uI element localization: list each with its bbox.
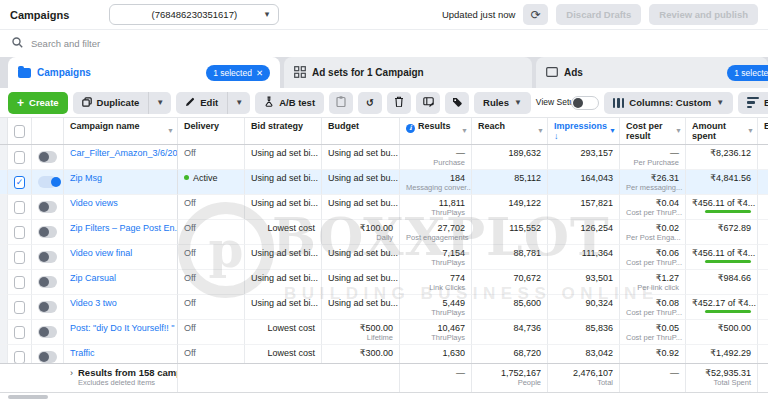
- duplicate-button[interactable]: Duplicate: [73, 92, 150, 114]
- row-toggle[interactable]: [38, 251, 57, 263]
- amount-spent-cell: ₹4,841.56: [686, 170, 758, 195]
- row-toggle[interactable]: [38, 151, 57, 163]
- campaign-name-link[interactable]: Zip Msg: [64, 170, 178, 195]
- cost-per-result-cell: ₹1.27Per link click: [620, 270, 686, 295]
- duplicate-menu-button[interactable]: ▼: [149, 92, 171, 114]
- row-checkbox[interactable]: [14, 201, 25, 214]
- delete-button[interactable]: [387, 92, 411, 114]
- tag-button[interactable]: [445, 92, 469, 114]
- cost-per-result-cell: ₹0.06Cost per ThruP...: [620, 245, 686, 270]
- campaign-name-link[interactable]: Video view final: [64, 245, 178, 270]
- row-checkbox[interactable]: [14, 226, 25, 239]
- delivery-status: Off: [184, 198, 196, 208]
- row-toggle[interactable]: [38, 176, 57, 188]
- ends-cell: [758, 145, 768, 170]
- rules-button[interactable]: Rules▼: [474, 92, 531, 114]
- search-input[interactable]: [31, 38, 756, 49]
- ads-selected-badge[interactable]: 1 selected: [727, 65, 768, 81]
- row-checkbox[interactable]: [14, 151, 25, 164]
- row-toggle[interactable]: [38, 351, 57, 363]
- row-checkbox[interactable]: [14, 176, 25, 189]
- expand-chevron-icon[interactable]: ›: [70, 368, 73, 387]
- column-header-results[interactable]: iResults▼: [400, 118, 472, 144]
- sort-caret-icon: ▼: [537, 126, 544, 136]
- table-row[interactable]: Zip Carsual Off Using ad set bi... Using…: [0, 270, 768, 295]
- table-row[interactable]: Traffic Off Lowest cost ₹300.00 1,630 68…: [0, 345, 768, 363]
- create-button[interactable]: +Create: [8, 92, 68, 114]
- duplicate-split-button: Duplicate ▼: [73, 92, 172, 114]
- impressions-cell: 85,836: [548, 320, 620, 345]
- campaign-name-link[interactable]: Post: "diy Do It Yourself!! ": [64, 320, 178, 345]
- edit-menu-button[interactable]: ▼: [228, 92, 250, 114]
- delivery-cell: Off: [178, 345, 245, 363]
- column-header-impressions[interactable]: Impressions ↓▼: [548, 118, 620, 144]
- column-header-reach[interactable]: Reach▼: [472, 118, 548, 144]
- ends-cell: [758, 220, 768, 245]
- results-summary: › Results from 158 campaigns Excludes de…: [64, 364, 178, 392]
- row-toggle[interactable]: [38, 276, 57, 288]
- table-row[interactable]: Post: "diy Do It Yourself!! " Off Lowest…: [0, 320, 768, 345]
- row-checkbox[interactable]: [14, 351, 25, 364]
- table-row[interactable]: Video view final Off Using ad set bi... …: [0, 245, 768, 270]
- column-header-delivery[interactable]: Delivery: [178, 118, 245, 144]
- board-button[interactable]: [416, 92, 440, 114]
- view-setup-toggle[interactable]: [571, 96, 599, 110]
- sort-down-arrow-icon: ↓: [554, 131, 559, 141]
- column-header-budget[interactable]: Budget: [322, 118, 400, 144]
- campaign-name-link[interactable]: Video views: [64, 195, 178, 220]
- column-header-bid-strategy[interactable]: Bid strategy: [245, 118, 322, 144]
- discard-drafts-button[interactable]: Discard Drafts: [556, 4, 641, 25]
- summary-subtext: Excludes deleted items: [78, 378, 178, 387]
- tab-campaigns[interactable]: Campaigns 1 selected✕: [8, 57, 280, 88]
- campaign-name-link[interactable]: Video 3 two: [64, 295, 178, 320]
- campaigns-selected-badge[interactable]: 1 selected✕: [206, 65, 270, 81]
- row-toggle[interactable]: [38, 226, 57, 238]
- breakdown-button[interactable]: Breakdown▼: [738, 92, 768, 114]
- row-toggle[interactable]: [38, 201, 57, 213]
- column-header-amount-spent[interactable]: Amount spent▼: [686, 118, 758, 144]
- results-cell: 7,154ThruPlays: [400, 245, 472, 270]
- budget-cell: Using ad set bu...: [322, 170, 400, 195]
- column-header-cost-per-result[interactable]: Cost per result▼: [620, 118, 686, 144]
- results-cell: 27,702Post engagements: [400, 220, 472, 245]
- row-checkbox[interactable]: [14, 301, 25, 314]
- campaign-name-link[interactable]: Traffic: [64, 345, 178, 363]
- cost-per-result-cell: ₹0.04Cost per ThruP...: [620, 195, 686, 220]
- delivery-cell: Off: [178, 295, 245, 320]
- campaign-name-link[interactable]: Zip Carsual: [64, 270, 178, 295]
- column-header-campaign-name[interactable]: Campaign name▼: [64, 118, 178, 144]
- edit-button[interactable]: Edit: [176, 92, 228, 114]
- cost-per-result-cell: ₹0.92: [620, 345, 686, 363]
- tab-ads[interactable]: Ads 1 selected: [536, 57, 768, 88]
- row-checkbox[interactable]: [14, 251, 25, 264]
- review-publish-button[interactable]: Review and publish: [649, 4, 758, 25]
- table-row[interactable]: Car_Filter_Amazon_3/6/20... Off Using ad…: [0, 145, 768, 170]
- row-checkbox[interactable]: [14, 276, 25, 289]
- table-row[interactable]: Video views Off Using ad set bi... Using…: [0, 195, 768, 220]
- row-checkbox[interactable]: [14, 326, 25, 339]
- campaign-name-link[interactable]: Zip Filters – Page Post En...: [64, 220, 178, 245]
- table-row[interactable]: Zip Msg Active Using ad set bi... Using …: [0, 170, 768, 195]
- close-icon[interactable]: ✕: [256, 68, 263, 78]
- scrollbar-thumb[interactable]: [8, 395, 48, 399]
- select-all-checkbox[interactable]: [14, 125, 25, 138]
- account-selector[interactable]: (768486230351617) ▾: [109, 4, 279, 25]
- undo-button[interactable]: ↺: [358, 92, 382, 114]
- impressions-cell: 293,157: [548, 145, 620, 170]
- table-row[interactable]: Video 3 two Off Using ad set bi... Using…: [0, 295, 768, 320]
- scroll-gutter: [0, 295, 8, 320]
- delivery-cell: Off: [178, 320, 245, 345]
- table-row[interactable]: Zip Filters – Page Post En... Off Lowest…: [0, 220, 768, 245]
- campaign-name-link[interactable]: Car_Filter_Amazon_3/6/20...: [64, 145, 178, 170]
- column-header-ends[interactable]: E: [758, 118, 768, 144]
- row-toggle[interactable]: [38, 326, 57, 338]
- top-bar: Campaigns (768486230351617) ▾ Updated ju…: [0, 0, 768, 30]
- ab-test-button[interactable]: A/B test: [255, 92, 324, 114]
- columns-button[interactable]: Columns: Custom▼: [604, 92, 733, 114]
- toggle-cell: [32, 245, 64, 270]
- row-toggle[interactable]: [38, 301, 57, 313]
- tab-ad-sets[interactable]: Ad sets for 1 Campaign: [284, 57, 532, 88]
- checkbox-cell: [8, 170, 32, 195]
- refresh-button[interactable]: ⟳: [523, 4, 548, 25]
- clipboard-button[interactable]: [329, 92, 353, 114]
